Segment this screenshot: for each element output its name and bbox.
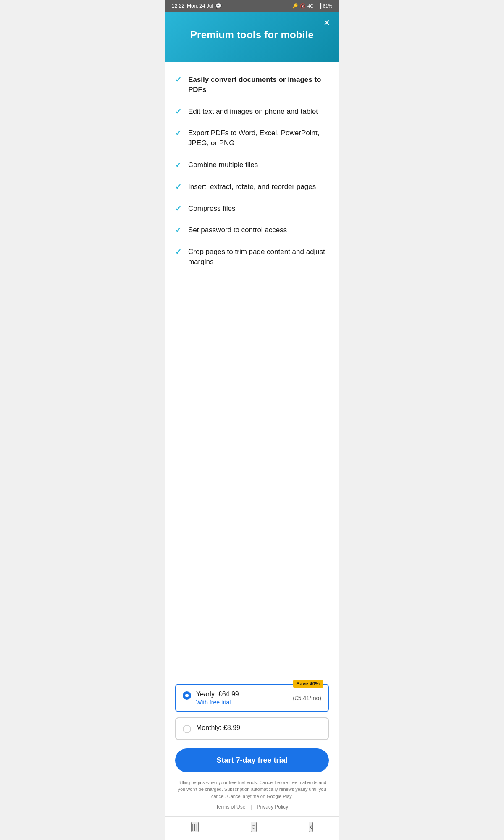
yearly-subtitle: With free trial bbox=[196, 699, 288, 706]
monthly-label: Monthly: £8.99 bbox=[196, 724, 321, 732]
check-icon: ✓ bbox=[175, 129, 181, 138]
recent-nav-button[interactable]: ‹ bbox=[309, 822, 313, 832]
list-item: ✓ Easily convert documents or images to … bbox=[175, 75, 329, 95]
check-icon: ✓ bbox=[175, 226, 181, 235]
list-item: ✓ Combine multiple files bbox=[175, 160, 329, 170]
battery-percent: 81% bbox=[323, 3, 332, 8]
close-button[interactable]: ✕ bbox=[322, 17, 332, 29]
menu-icon: ||| bbox=[192, 822, 198, 831]
home-icon: ○ bbox=[252, 822, 256, 831]
features-list: ✓ Easily convert documents or images to … bbox=[175, 75, 329, 267]
list-item: ✓ Set password to control access bbox=[175, 225, 329, 235]
check-icon: ✓ bbox=[175, 204, 181, 213]
page-title: Premium tools for mobile bbox=[190, 29, 314, 41]
home-nav-button[interactable]: ○ bbox=[251, 822, 257, 832]
save-badge: Save 40% bbox=[293, 680, 323, 688]
yearly-per-month: (£5.41/mo) bbox=[293, 695, 321, 701]
list-item: ✓ Export PDFs to Word, Excel, PowerPoint… bbox=[175, 128, 329, 148]
monthly-radio bbox=[183, 725, 191, 733]
back-nav-button[interactable]: ||| bbox=[191, 822, 199, 832]
yearly-label: Yearly: £64.99 bbox=[196, 690, 288, 698]
signal-icon: 4G+ bbox=[307, 3, 316, 8]
list-item: ✓ Edit text and images on phone and tabl… bbox=[175, 107, 329, 117]
feature-text: Edit text and images on phone and tablet bbox=[188, 107, 318, 117]
bottom-section: Save 40% Yearly: £64.99 With free trial … bbox=[165, 675, 339, 817]
check-icon: ✓ bbox=[175, 182, 181, 192]
battery-icon: ▐ bbox=[318, 3, 321, 8]
content-spacer bbox=[165, 475, 339, 675]
yearly-details: Yearly: £64.99 With free trial bbox=[196, 690, 288, 706]
monthly-details: Monthly: £8.99 bbox=[196, 724, 321, 732]
status-time: 12:22 bbox=[172, 3, 184, 9]
check-icon: ✓ bbox=[175, 160, 181, 170]
mute-icon: 🔇 bbox=[300, 3, 306, 9]
check-icon: ✓ bbox=[175, 75, 181, 84]
status-date: Mon, 24 Jul bbox=[187, 3, 213, 9]
header-section: ✕ Premium tools for mobile bbox=[165, 12, 339, 62]
recent-icon: ‹ bbox=[310, 822, 312, 831]
billing-notice: Billing begins when your free trial ends… bbox=[175, 779, 329, 800]
close-icon: ✕ bbox=[323, 18, 331, 27]
cta-label: Start 7-day free trial bbox=[216, 756, 287, 764]
yearly-radio bbox=[183, 691, 191, 700]
yearly-option[interactable]: Save 40% Yearly: £64.99 With free trial … bbox=[175, 684, 329, 712]
feature-text: Combine multiple files bbox=[188, 160, 258, 170]
feature-text: Compress files bbox=[188, 204, 235, 214]
pricing-options: Save 40% Yearly: £64.99 With free trial … bbox=[175, 684, 329, 740]
cta-button[interactable]: Start 7-day free trial bbox=[175, 748, 329, 772]
phone-screen: 12:22 Mon, 24 Jul 💬 🔑 🔇 4G+ ▐ 81% ✕ Prem… bbox=[165, 0, 339, 840]
whatsapp-icon: 💬 bbox=[215, 3, 222, 9]
list-item: ✓ Insert, extract, rotate, and reorder p… bbox=[175, 182, 329, 192]
feature-text: Crop pages to trim page content and adju… bbox=[188, 247, 329, 267]
status-right: 🔑 🔇 4G+ ▐ 81% bbox=[292, 3, 332, 9]
list-item: ✓ Crop pages to trim page content and ad… bbox=[175, 247, 329, 267]
features-section: ✓ Easily convert documents or images to … bbox=[165, 62, 339, 475]
check-icon: ✓ bbox=[175, 247, 181, 257]
feature-text: Export PDFs to Word, Excel, PowerPoint, … bbox=[188, 128, 329, 148]
check-icon: ✓ bbox=[175, 107, 181, 116]
list-item: ✓ Compress files bbox=[175, 204, 329, 214]
privacy-link[interactable]: Privacy Policy bbox=[257, 804, 289, 810]
feature-text: Insert, extract, rotate, and reorder pag… bbox=[188, 182, 316, 192]
monthly-option[interactable]: Monthly: £8.99 bbox=[175, 717, 329, 740]
radio-inner bbox=[185, 694, 189, 697]
legal-separator: | bbox=[250, 804, 252, 810]
feature-text: Easily convert documents or images to PD… bbox=[188, 75, 329, 95]
status-bar: 12:22 Mon, 24 Jul 💬 🔑 🔇 4G+ ▐ 81% bbox=[165, 0, 339, 12]
terms-link[interactable]: Terms of Use bbox=[216, 804, 246, 810]
legal-links: Terms of Use | Privacy Policy bbox=[175, 804, 329, 810]
feature-text: Set password to control access bbox=[188, 225, 287, 235]
navigation-bar: ||| ○ ‹ bbox=[165, 816, 339, 840]
status-left: 12:22 Mon, 24 Jul 💬 bbox=[172, 3, 222, 9]
key-icon: 🔑 bbox=[292, 3, 298, 9]
